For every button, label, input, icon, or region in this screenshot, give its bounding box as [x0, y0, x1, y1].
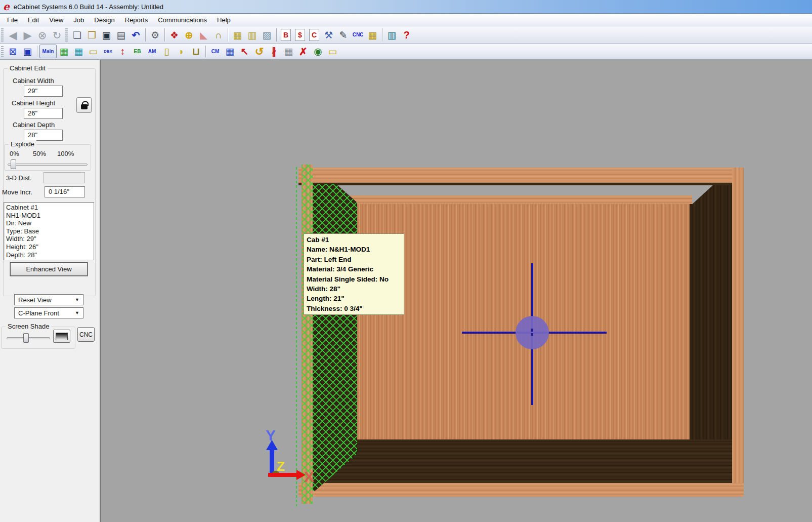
selection-center-handle[interactable] [516, 316, 549, 349]
job-report-icon[interactable]: ✎ [336, 28, 351, 42]
bom-document-icon[interactable]: B [281, 29, 291, 41]
explode-slider[interactable] [8, 164, 88, 166]
delete-icon[interactable]: ✗ [296, 45, 311, 58]
menu-bar: File Edit View Job Design Reports Commun… [0, 14, 812, 26]
menu-job[interactable]: Job [68, 15, 89, 25]
cabinet-depth-input[interactable]: 28" [24, 130, 63, 141]
filmstrip-icon[interactable]: ▥ [384, 28, 399, 42]
undo-icon[interactable]: ↶ [129, 28, 143, 42]
base-cabinet-icon[interactable]: ▦ [57, 45, 71, 58]
viewport-3d[interactable]: Y Z X Cab #1 Name: N&H1-MOD1 Part: Left … [103, 60, 812, 522]
gradient-swatch-icon [56, 333, 68, 340]
calculator-icon[interactable]: ▦ [223, 45, 237, 58]
dist3d-input[interactable] [44, 172, 85, 183]
cost-document-icon[interactable]: $ [295, 29, 305, 41]
toolbar-separator [382, 28, 382, 42]
menu-file[interactable]: File [2, 15, 23, 25]
menu-help[interactable]: Help [212, 15, 236, 25]
new-document-icon[interactable]: ❏ [70, 28, 84, 42]
explode-label: Explode [9, 140, 36, 148]
molding-profile-icon[interactable]: ◣ [196, 28, 211, 42]
door-style-icon[interactable]: ∩ [211, 28, 226, 42]
cnc-button[interactable]: CNC [77, 327, 95, 342]
move-incr-input[interactable]: 0 1/16" [45, 186, 85, 197]
toolbar-gripper[interactable] [1, 46, 4, 57]
title-bar[interactable]: e eCabinet Systems 6.0 Build 14 - Assemb… [0, 0, 812, 14]
info-cabinet-number: Cabinet #1 [6, 204, 94, 212]
materials-icon[interactable]: ❖ [167, 28, 182, 42]
shaped-part-icon[interactable]: ◗ [174, 45, 189, 58]
toolbar-gripper[interactable] [65, 28, 68, 42]
menu-reports[interactable]: Reports [120, 15, 153, 25]
screen-shade-slider-thumb[interactable] [23, 333, 29, 343]
explode-slider-thumb[interactable] [11, 159, 16, 169]
mirror-icon[interactable]: ∦ [267, 45, 281, 58]
main-mode-icon[interactable]: Main [39, 45, 57, 58]
tools-toolbar-group: CM ▦ ↖ ↺ ∦ ▦ ✗ ◉ ▭ [208, 45, 340, 58]
close-window-icon[interactable]: ⊠ [6, 45, 20, 58]
info-cabinet-name: NH1-MOD1 [6, 212, 94, 220]
info-dir: Dir: New [6, 219, 94, 227]
stop-icon[interactable]: ⊗ [35, 28, 50, 42]
cplane-dropdown[interactable]: C-Plane Front ▼ [14, 307, 83, 318]
measure-tools-icon[interactable]: ⚒ [321, 28, 336, 42]
assembly-manager-icon[interactable]: AM [145, 45, 159, 58]
screen-shade-label: Screen Shade [6, 323, 51, 330]
wall-cabinet-icon[interactable]: ▦ [71, 45, 86, 58]
custom-material-icon[interactable]: CM [208, 45, 223, 58]
tooltip-cab-number: Cab #1 [307, 235, 404, 245]
save-icon[interactable]: ▣ [99, 28, 114, 42]
drawer-icon[interactable]: ▭ [86, 45, 101, 58]
print-icon[interactable]: ▤ [114, 28, 129, 42]
menu-view[interactable]: View [44, 15, 68, 25]
floorplan-icon[interactable]: ▨ [260, 28, 274, 42]
screen-shade-slider[interactable] [7, 337, 50, 339]
cabinet-width-input[interactable]: 29" [24, 86, 63, 97]
app-logo-icon: e [3, 2, 10, 12]
save-assembly-icon[interactable]: ▣ [20, 45, 35, 58]
assembly-center-icon[interactable]: ⊕ [182, 28, 196, 42]
grid-icon[interactable]: ▦ [281, 45, 296, 58]
cabinet-3d-right-stile[interactable] [732, 168, 744, 497]
menu-communications[interactable]: Communications [153, 15, 212, 25]
cabinet-info-list[interactable]: Cabinet #1 NH1-MOD1 Dir: New Type: Base … [4, 202, 94, 260]
tooltip-name: Name: N&H1-MOD1 [307, 245, 404, 254]
view-dropdown[interactable]: Reset View ▼ [14, 294, 83, 305]
toolbar-gripper[interactable] [1, 28, 4, 42]
edgeband-icon[interactable]: EB [130, 45, 145, 58]
help-icon[interactable]: ? [399, 28, 414, 42]
nest-layout-icon[interactable]: ▦ [365, 28, 380, 42]
tooltip-material: Material: 3/4 Generic [307, 264, 404, 274]
enhanced-view-button[interactable]: Enhanced View [10, 262, 88, 276]
refresh-icon[interactable]: ↻ [50, 28, 64, 42]
back-icon[interactable]: ◀ [6, 28, 20, 42]
cabinet-icon[interactable]: ▦ [230, 28, 245, 42]
cabinet-3d-stretcher-rail[interactable] [349, 195, 692, 204]
cabinet-3d-right-end-interior[interactable] [690, 185, 732, 483]
display-settings-icon[interactable]: ⚙ [148, 28, 162, 42]
axis-z-label: Z [277, 459, 285, 474]
menu-edit[interactable]: Edit [23, 15, 44, 25]
tall-cabinet-icon[interactable]: ▯ [159, 45, 174, 58]
cnc-output-icon[interactable]: CNC [351, 28, 365, 42]
ruler-icon[interactable]: ▭ [325, 45, 340, 58]
cutlist-document-icon[interactable]: C [309, 29, 319, 41]
tray-icon[interactable]: ⊔ [189, 45, 203, 58]
dbx-icon[interactable]: DBX [101, 45, 115, 58]
toolbar-separator [276, 28, 277, 42]
forward-icon[interactable]: ▶ [20, 28, 35, 42]
dimension-icon[interactable]: ↕ [115, 45, 130, 58]
shade-swatch-button[interactable] [53, 330, 70, 343]
rotate-icon[interactable]: ↺ [252, 45, 267, 58]
cabinet-3d-top-rail[interactable] [298, 168, 744, 183]
open-folder-icon[interactable]: ❒ [84, 28, 99, 42]
pick-point-icon[interactable]: ↖ [237, 45, 252, 58]
cabinet-3d-bottom-rail[interactable] [298, 483, 744, 497]
lock-proportions-button[interactable] [76, 97, 92, 113]
menu-design[interactable]: Design [89, 15, 119, 25]
cabinet-3d-bottom-interior[interactable] [313, 439, 732, 483]
cabinet-parts-icon[interactable]: ▥ [245, 28, 260, 42]
cabinet-height-input[interactable]: 26" [24, 108, 63, 119]
cabinet-3d-left-end-selected[interactable] [296, 165, 357, 506]
camera-icon[interactable]: ◉ [311, 45, 325, 58]
